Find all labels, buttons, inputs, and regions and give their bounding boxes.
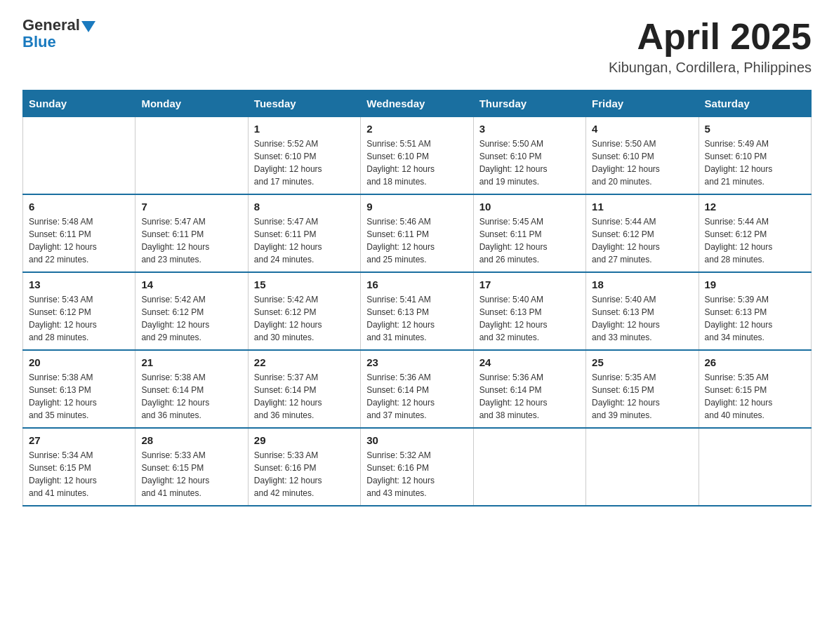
logo: General Blue (22, 17, 95, 51)
calendar-cell (586, 428, 699, 506)
day-number: 7 (141, 201, 241, 213)
day-info: Sunrise: 5:38 AM Sunset: 6:14 PM Dayligh… (141, 371, 241, 422)
calendar-cell: 24Sunrise: 5:36 AM Sunset: 6:14 PM Dayli… (473, 350, 585, 428)
calendar-cell: 26Sunrise: 5:35 AM Sunset: 6:15 PM Dayli… (699, 350, 811, 428)
day-info: Sunrise: 5:35 AM Sunset: 6:15 PM Dayligh… (592, 371, 692, 422)
calendar-table: SundayMondayTuesdayWednesdayThursdayFrid… (22, 90, 812, 507)
day-number: 5 (705, 123, 805, 135)
calendar-header-wednesday: Wednesday (361, 90, 473, 117)
calendar-cell: 7Sunrise: 5:47 AM Sunset: 6:11 PM Daylig… (135, 194, 248, 272)
day-number: 17 (479, 279, 580, 290)
calendar-cell: 4Sunrise: 5:50 AM Sunset: 6:10 PM Daylig… (586, 117, 699, 195)
calendar-cell (23, 117, 135, 195)
day-number: 30 (366, 434, 467, 446)
calendar-cell: 9Sunrise: 5:46 AM Sunset: 6:11 PM Daylig… (361, 194, 473, 272)
day-info: Sunrise: 5:46 AM Sunset: 6:11 PM Dayligh… (366, 215, 467, 266)
calendar-cell: 29Sunrise: 5:33 AM Sunset: 6:16 PM Dayli… (248, 428, 360, 506)
day-number: 2 (366, 123, 467, 135)
day-number: 28 (141, 434, 241, 446)
day-number: 27 (29, 434, 129, 446)
day-info: Sunrise: 5:42 AM Sunset: 6:12 PM Dayligh… (141, 293, 241, 344)
calendar-week-row: 6Sunrise: 5:48 AM Sunset: 6:11 PM Daylig… (23, 194, 812, 272)
calendar-cell (699, 428, 811, 506)
calendar-cell (135, 117, 248, 195)
day-info: Sunrise: 5:47 AM Sunset: 6:11 PM Dayligh… (141, 215, 241, 266)
day-info: Sunrise: 5:33 AM Sunset: 6:16 PM Dayligh… (254, 449, 355, 499)
day-number: 12 (705, 201, 805, 213)
day-number: 21 (141, 356, 241, 368)
day-info: Sunrise: 5:42 AM Sunset: 6:12 PM Dayligh… (254, 293, 355, 344)
calendar-cell: 19Sunrise: 5:39 AM Sunset: 6:13 PM Dayli… (699, 272, 811, 350)
calendar-cell: 20Sunrise: 5:38 AM Sunset: 6:13 PM Dayli… (23, 350, 135, 428)
calendar-header-thursday: Thursday (473, 90, 585, 117)
calendar-cell: 30Sunrise: 5:32 AM Sunset: 6:16 PM Dayli… (361, 428, 473, 506)
day-info: Sunrise: 5:52 AM Sunset: 6:10 PM Dayligh… (254, 137, 355, 188)
day-number: 13 (29, 279, 129, 290)
day-number: 14 (141, 279, 241, 290)
calendar-cell: 16Sunrise: 5:41 AM Sunset: 6:13 PM Dayli… (361, 272, 473, 350)
day-number: 11 (592, 201, 692, 213)
day-info: Sunrise: 5:48 AM Sunset: 6:11 PM Dayligh… (29, 215, 129, 266)
calendar-cell: 10Sunrise: 5:45 AM Sunset: 6:11 PM Dayli… (473, 194, 585, 272)
calendar-cell: 1Sunrise: 5:52 AM Sunset: 6:10 PM Daylig… (248, 117, 360, 195)
day-number: 25 (592, 356, 692, 368)
day-number: 4 (592, 123, 692, 135)
day-info: Sunrise: 5:50 AM Sunset: 6:10 PM Dayligh… (592, 137, 692, 188)
title-block: April 2025 Kibungan, Cordillera, Philipp… (609, 17, 812, 76)
day-number: 19 (705, 279, 805, 290)
page-title: April 2025 (609, 17, 812, 57)
day-info: Sunrise: 5:44 AM Sunset: 6:12 PM Dayligh… (705, 215, 805, 266)
day-number: 26 (705, 356, 805, 368)
day-info: Sunrise: 5:32 AM Sunset: 6:16 PM Dayligh… (366, 449, 467, 499)
day-info: Sunrise: 5:47 AM Sunset: 6:11 PM Dayligh… (254, 215, 355, 266)
day-number: 15 (254, 279, 355, 290)
day-number: 29 (254, 434, 355, 446)
logo-blue: Blue (22, 34, 95, 51)
day-info: Sunrise: 5:43 AM Sunset: 6:12 PM Dayligh… (29, 293, 129, 344)
day-info: Sunrise: 5:50 AM Sunset: 6:10 PM Dayligh… (479, 137, 580, 188)
calendar-cell: 11Sunrise: 5:44 AM Sunset: 6:12 PM Dayli… (586, 194, 699, 272)
day-number: 8 (254, 201, 355, 213)
day-number: 20 (29, 356, 129, 368)
day-info: Sunrise: 5:36 AM Sunset: 6:14 PM Dayligh… (366, 371, 467, 422)
day-number: 1 (254, 123, 355, 135)
calendar-week-row: 27Sunrise: 5:34 AM Sunset: 6:15 PM Dayli… (23, 428, 812, 506)
day-info: Sunrise: 5:40 AM Sunset: 6:13 PM Dayligh… (479, 293, 580, 344)
calendar-cell: 3Sunrise: 5:50 AM Sunset: 6:10 PM Daylig… (473, 117, 585, 195)
calendar-cell: 2Sunrise: 5:51 AM Sunset: 6:10 PM Daylig… (361, 117, 473, 195)
calendar-header-tuesday: Tuesday (248, 90, 360, 117)
calendar-cell: 14Sunrise: 5:42 AM Sunset: 6:12 PM Dayli… (135, 272, 248, 350)
day-number: 23 (366, 356, 467, 368)
calendar-cell: 12Sunrise: 5:44 AM Sunset: 6:12 PM Dayli… (699, 194, 811, 272)
day-number: 6 (29, 201, 129, 213)
day-info: Sunrise: 5:40 AM Sunset: 6:13 PM Dayligh… (592, 293, 692, 344)
day-info: Sunrise: 5:41 AM Sunset: 6:13 PM Dayligh… (366, 293, 467, 344)
day-number: 3 (479, 123, 580, 135)
day-number: 22 (254, 356, 355, 368)
calendar-cell: 25Sunrise: 5:35 AM Sunset: 6:15 PM Dayli… (586, 350, 699, 428)
calendar-cell: 15Sunrise: 5:42 AM Sunset: 6:12 PM Dayli… (248, 272, 360, 350)
calendar-week-row: 20Sunrise: 5:38 AM Sunset: 6:13 PM Dayli… (23, 350, 812, 428)
calendar-week-row: 1Sunrise: 5:52 AM Sunset: 6:10 PM Daylig… (23, 117, 812, 195)
day-info: Sunrise: 5:33 AM Sunset: 6:15 PM Dayligh… (141, 449, 241, 499)
day-info: Sunrise: 5:35 AM Sunset: 6:15 PM Dayligh… (705, 371, 805, 422)
calendar-cell: 27Sunrise: 5:34 AM Sunset: 6:15 PM Dayli… (23, 428, 135, 506)
calendar-cell: 13Sunrise: 5:43 AM Sunset: 6:12 PM Dayli… (23, 272, 135, 350)
logo-general: General (22, 17, 80, 34)
calendar-header-sunday: Sunday (23, 90, 135, 117)
day-number: 16 (366, 279, 467, 290)
day-info: Sunrise: 5:36 AM Sunset: 6:14 PM Dayligh… (479, 371, 580, 422)
day-info: Sunrise: 5:45 AM Sunset: 6:11 PM Dayligh… (479, 215, 580, 266)
calendar-header-friday: Friday (586, 90, 699, 117)
day-info: Sunrise: 5:49 AM Sunset: 6:10 PM Dayligh… (705, 137, 805, 188)
day-number: 18 (592, 279, 692, 290)
calendar-cell: 22Sunrise: 5:37 AM Sunset: 6:14 PM Dayli… (248, 350, 360, 428)
calendar-header-saturday: Saturday (699, 90, 811, 117)
day-number: 10 (479, 201, 580, 213)
day-info: Sunrise: 5:51 AM Sunset: 6:10 PM Dayligh… (366, 137, 467, 188)
calendar-week-row: 13Sunrise: 5:43 AM Sunset: 6:12 PM Dayli… (23, 272, 812, 350)
day-info: Sunrise: 5:34 AM Sunset: 6:15 PM Dayligh… (29, 449, 129, 499)
calendar-cell (473, 428, 585, 506)
day-info: Sunrise: 5:37 AM Sunset: 6:14 PM Dayligh… (254, 371, 355, 422)
calendar-cell: 28Sunrise: 5:33 AM Sunset: 6:15 PM Dayli… (135, 428, 248, 506)
